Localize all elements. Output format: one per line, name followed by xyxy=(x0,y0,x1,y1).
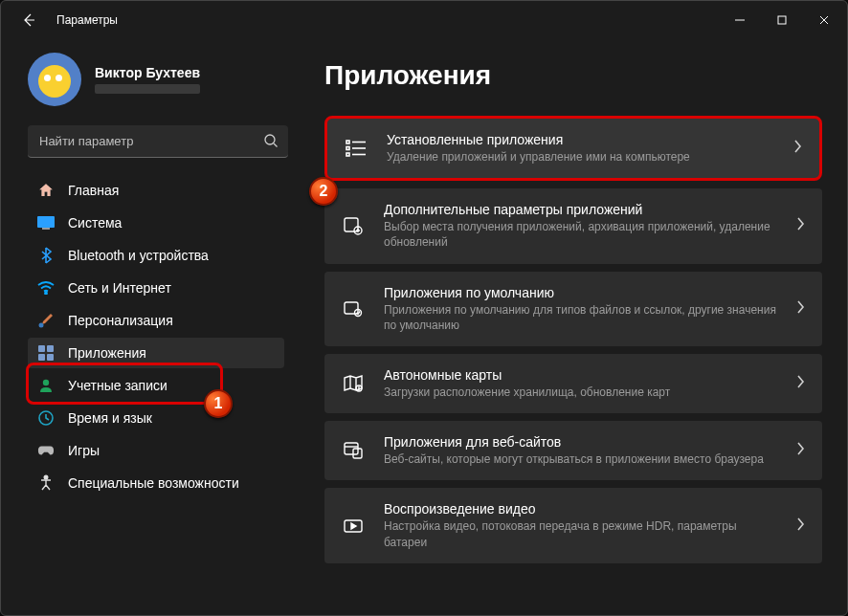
sidebar-item-accounts[interactable]: Учетные записи xyxy=(28,370,284,401)
window-title: Параметры xyxy=(56,13,118,27)
chevron-right-icon xyxy=(795,441,805,460)
sidebar-item-system[interactable]: Система xyxy=(28,208,284,238)
sidebar-item-label: Персонализация xyxy=(68,313,173,328)
svg-point-16 xyxy=(44,475,48,479)
default-apps-icon xyxy=(342,297,365,320)
profile-name: Виктор Бухтеев xyxy=(95,65,200,80)
svg-rect-18 xyxy=(346,147,349,150)
search-input[interactable] xyxy=(28,125,288,158)
svg-rect-23 xyxy=(345,218,358,231)
sidebar-item-gaming[interactable]: Игры xyxy=(28,435,284,466)
window-maximize-button[interactable] xyxy=(761,3,803,37)
sidebar-item-label: Сеть и Интернет xyxy=(68,280,171,296)
titlebar: Параметры xyxy=(1,1,847,39)
home-icon xyxy=(37,182,55,199)
card-subtitle: Выбор места получения приложений, архива… xyxy=(384,219,776,250)
chevron-right-icon xyxy=(795,517,805,536)
nav: Главная Система Bluetooth и устройства С… xyxy=(28,175,288,498)
sidebar-item-bluetooth[interactable]: Bluetooth и устройства xyxy=(28,240,284,271)
main-content: Приложения Установленные приложения Удал… xyxy=(298,39,847,615)
svg-rect-10 xyxy=(38,345,45,352)
card-advanced-app[interactable]: Дополнительные параметры приложений Выбо… xyxy=(324,188,822,263)
person-icon xyxy=(37,377,55,394)
video-icon xyxy=(342,515,365,538)
sidebar-item-label: Специальные возможности xyxy=(68,475,239,491)
app-advanced-icon xyxy=(342,214,365,237)
chevron-right-icon xyxy=(795,216,805,235)
search-icon xyxy=(263,133,279,152)
cards: Установленные приложения Удаление прилож… xyxy=(324,116,822,563)
apps-icon xyxy=(37,344,55,362)
system-icon xyxy=(37,214,55,231)
clock-icon xyxy=(37,409,55,427)
search-box[interactable] xyxy=(28,125,288,158)
card-subtitle: Приложения по умолчанию для типов файлов… xyxy=(384,302,776,333)
window-minimize-button[interactable] xyxy=(719,3,761,37)
card-title: Дополнительные параметры приложений xyxy=(384,202,776,217)
sidebar-item-personalization[interactable]: Персонализация xyxy=(28,305,284,336)
card-subtitle: Веб-сайты, которые могут открываться в п… xyxy=(384,451,776,467)
map-icon xyxy=(342,372,365,395)
svg-rect-19 xyxy=(346,153,349,156)
sidebar-item-label: Игры xyxy=(68,443,100,458)
gamepad-icon xyxy=(37,442,55,459)
avatar xyxy=(28,53,81,106)
card-installed-apps[interactable]: Установленные приложения Удаление прилож… xyxy=(324,116,822,181)
profile-email-redacted xyxy=(95,84,200,94)
sidebar-item-network[interactable]: Сеть и Интернет xyxy=(28,273,284,303)
sidebar-item-label: Учетные записи xyxy=(68,378,167,393)
card-title: Приложения для веб-сайтов xyxy=(384,434,776,450)
svg-point-8 xyxy=(45,293,47,295)
card-title: Установленные приложения xyxy=(387,132,773,147)
svg-rect-7 xyxy=(42,228,50,230)
sidebar-item-label: Bluetooth и устройства xyxy=(68,248,209,263)
step-badge-2: 2 xyxy=(309,177,338,206)
svg-rect-6 xyxy=(37,216,55,228)
svg-point-4 xyxy=(265,135,275,144)
sidebar-item-home[interactable]: Главная xyxy=(28,175,284,206)
sidebar-item-label: Время и язык xyxy=(68,410,152,426)
card-subtitle: Загрузки расположение хранилища, обновле… xyxy=(384,385,776,400)
website-apps-icon xyxy=(342,439,365,462)
card-video-playback[interactable]: Воспроизведение видео Настройка видео, п… xyxy=(324,488,822,562)
wifi-icon xyxy=(37,279,55,297)
card-subtitle: Удаление приложений и управление ими на … xyxy=(387,149,773,165)
window-close-button[interactable] xyxy=(803,3,845,37)
sidebar: Виктор Бухтеев Главная Система xyxy=(1,39,298,615)
sidebar-item-time[interactable]: Время и язык xyxy=(28,403,284,433)
brush-icon xyxy=(37,312,55,329)
sidebar-item-accessibility[interactable]: Специальные возможности xyxy=(28,468,284,498)
svg-rect-13 xyxy=(47,354,54,361)
bluetooth-icon xyxy=(37,247,55,264)
profile-block[interactable]: Виктор Бухтеев xyxy=(28,53,288,106)
card-apps-for-websites[interactable]: Приложения для веб-сайтов Веб-сайты, кот… xyxy=(324,421,822,480)
accessibility-icon xyxy=(37,474,55,492)
chevron-right-icon xyxy=(792,139,802,158)
card-title: Автономные карты xyxy=(384,367,776,383)
page-title: Приложения xyxy=(324,60,822,91)
card-title: Воспроизведение видео xyxy=(384,501,776,517)
card-offline-maps[interactable]: Автономные карты Загрузки расположение х… xyxy=(324,354,822,413)
svg-point-14 xyxy=(43,380,49,385)
svg-point-9 xyxy=(39,323,44,328)
svg-rect-1 xyxy=(778,16,786,24)
svg-rect-25 xyxy=(345,302,358,314)
sidebar-item-apps[interactable]: Приложения xyxy=(28,338,284,368)
back-button[interactable] xyxy=(18,10,39,31)
card-subtitle: Настройка видео, потоковая передача в ре… xyxy=(384,518,776,549)
svg-rect-12 xyxy=(38,354,45,361)
sidebar-item-label: Приложения xyxy=(68,345,146,361)
card-title: Приложения по умолчанию xyxy=(384,285,776,300)
svg-line-5 xyxy=(274,143,278,147)
svg-rect-11 xyxy=(47,345,54,352)
card-default-apps[interactable]: Приложения по умолчанию Приложения по ум… xyxy=(324,272,822,346)
step-badge-1: 1 xyxy=(204,389,233,418)
list-icon xyxy=(345,137,368,160)
sidebar-item-label: Главная xyxy=(68,183,119,198)
chevron-right-icon xyxy=(795,374,805,393)
sidebar-item-label: Система xyxy=(68,215,122,231)
chevron-right-icon xyxy=(795,299,805,319)
svg-rect-17 xyxy=(346,141,349,143)
